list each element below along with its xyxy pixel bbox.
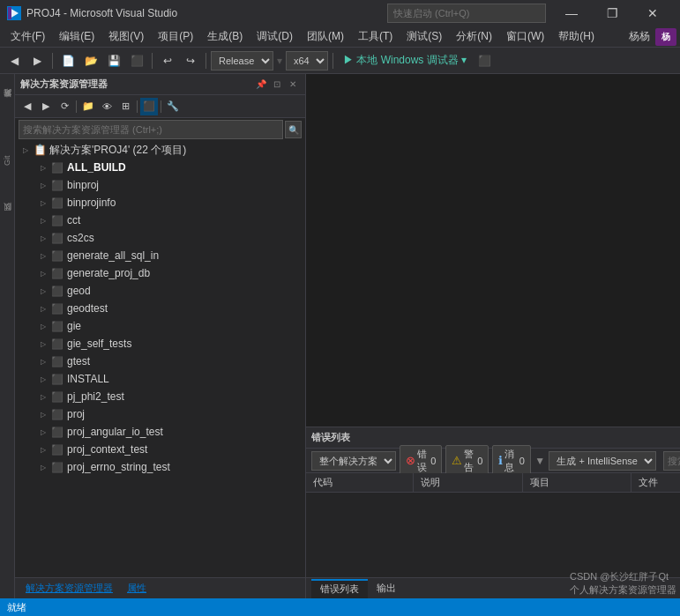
se-preview-btn[interactable]: ⊞: [116, 98, 134, 115]
toolbar-extra[interactable]: ⬛: [474, 50, 495, 71]
tree-item[interactable]: ▷ ⬛ geodtest: [15, 300, 305, 317]
tree-item[interactable]: ▷ ⬛ proj_errno_string_test: [15, 458, 305, 476]
tree-item[interactable]: ▷ ⬛ gtest: [15, 353, 305, 370]
quick-launch-input[interactable]: [387, 4, 546, 23]
toolbar-btn-2[interactable]: ▶: [26, 50, 48, 71]
menu-items: 文件(F)编辑(E)视图(V)项目(P)生成(B)调试(D)团队(M)工具(T)…: [4, 27, 602, 46]
se-filter-btn[interactable]: ⬛: [140, 98, 158, 115]
toolbar-save[interactable]: 💾: [103, 50, 124, 71]
tree-item[interactable]: ▷ ⬛ cct: [15, 212, 305, 229]
tree-item[interactable]: ▷ ⬛ geod: [15, 282, 305, 300]
menu-item[interactable]: 视图(V): [101, 27, 151, 46]
sidebar-icon-git[interactable]: Git: [0, 134, 14, 187]
item-label: generate_all_sql_in: [67, 249, 159, 262]
menu-item[interactable]: 帮助(H): [551, 27, 602, 46]
info-icon: ℹ: [498, 454, 503, 467]
tree-item[interactable]: ▷ ⬛ INSTALL: [15, 370, 305, 388]
tree-item[interactable]: ▷ ⬛ binprojinfo: [15, 194, 305, 212]
menu-item[interactable]: 工具(T): [351, 27, 400, 46]
item-label: proj_angular_io_test: [67, 426, 163, 438]
tree-item[interactable]: ▷ ⬛ pj_phi2_test: [15, 388, 305, 405]
se-back-btn[interactable]: ◀: [19, 98, 36, 115]
build-config-dropdown[interactable]: Release Debug: [211, 51, 273, 71]
tree-item[interactable]: ▷ ⬛ binproj: [15, 176, 305, 194]
menu-bar: 文件(F)编辑(E)视图(V)项目(P)生成(B)调试(D)团队(M)工具(T)…: [0, 26, 680, 48]
tree-item[interactable]: ▷ ⬛ ALL_BUILD: [15, 159, 305, 176]
item-label: gie_self_tests: [67, 338, 131, 350]
main-toolbar: ◀ ▶ 📄 📂 💾 ⬛ ↩ ↪ Release Debug ▾ x64 x86 …: [0, 48, 680, 74]
menu-item[interactable]: 调试(D): [250, 27, 300, 46]
se-forward-btn[interactable]: ▶: [37, 98, 55, 115]
tree-item[interactable]: ▷ ⬛ gie: [15, 317, 305, 335]
item-expand-icon: ▷: [36, 337, 50, 351]
se-folder-view-btn[interactable]: 📁: [79, 98, 97, 115]
user-avatar[interactable]: 杨: [655, 28, 676, 46]
main-area: 解决方案 Git 团队 解决方案资源管理器 📌 ⊡ ✕ ◀ ▶ ⟳ 📁 👁 ⊞ …: [0, 74, 680, 598]
content-sidebars: 解决方案资源管理器 资源视图 类视图: [306, 74, 680, 427]
toolbar-btn-1[interactable]: ◀: [4, 50, 25, 71]
menu-item[interactable]: 生成(B): [200, 27, 250, 46]
solution-label: 解决方案'PROJ4' (22 个项目): [49, 143, 186, 158]
tree-item[interactable]: ▷ ⬛ generate_proj_db: [15, 264, 305, 282]
tab-error-list[interactable]: 错误列表: [311, 579, 368, 598]
status-bar: 就绪: [0, 598, 680, 616]
solution-root-item[interactable]: ▷ 📋 解决方案'PROJ4' (22 个项目): [15, 141, 305, 159]
left-sidebar: 解决方案 Git 团队: [0, 74, 15, 598]
se-search-input[interactable]: [19, 120, 283, 139]
toolbar-sep-3: [205, 53, 206, 69]
toolbar-save-all[interactable]: ⬛: [126, 50, 147, 71]
error-badge[interactable]: ⊗ 错误 0: [400, 445, 442, 477]
info-badge[interactable]: ℹ 消息 0: [492, 445, 530, 477]
toolbar-redo[interactable]: ↪: [180, 50, 201, 71]
restore-button[interactable]: ❐: [592, 0, 632, 26]
minimize-button[interactable]: —: [551, 0, 592, 26]
tree-item[interactable]: ▷ ⬛ gie_self_tests: [15, 335, 305, 353]
toolbar-open[interactable]: 📂: [80, 50, 101, 71]
tree-item[interactable]: ▷ ⬛ proj: [15, 405, 305, 423]
item-label: gie: [67, 320, 81, 332]
item-label: binproj: [67, 179, 99, 191]
window-title: PROJ4 - Microsoft Visual Studio: [26, 7, 382, 19]
tab-output[interactable]: 输出: [368, 579, 405, 598]
se-tab-properties[interactable]: 属性: [120, 579, 153, 598]
se-search-btn[interactable]: 🔍: [285, 121, 302, 138]
sidebar-icon-team[interactable]: 团队: [0, 190, 14, 243]
toolbar-new[interactable]: 📄: [57, 50, 78, 71]
toolbar-undo[interactable]: ↩: [157, 50, 178, 71]
warning-badge[interactable]: ⚠ 警告 0: [445, 445, 489, 477]
build-filter-dropdown[interactable]: 生成 + IntelliSense: [549, 451, 656, 471]
se-sync-btn[interactable]: ⟳: [56, 98, 73, 115]
se-sep-1: [76, 100, 77, 113]
item-cmake-icon: ⬛: [50, 372, 64, 386]
item-cmake-icon: ⬛: [50, 178, 64, 192]
solution-tree: ▷ 📋 解决方案'PROJ4' (22 个项目) ▷ ⬛ ALL_BUILD ▷…: [15, 141, 305, 577]
se-close-button[interactable]: ✕: [286, 78, 300, 92]
tree-item[interactable]: ▷ ⬛ proj_context_test: [15, 441, 305, 458]
menu-item[interactable]: 团队(M): [300, 27, 351, 46]
item-expand-icon: ▷: [36, 196, 50, 210]
se-props-btn[interactable]: 🔧: [164, 98, 182, 115]
se-tab-solution[interactable]: 解决方案资源管理器: [19, 579, 120, 598]
menu-item[interactable]: 测试(S): [400, 27, 449, 46]
se-float-button[interactable]: ⊡: [270, 78, 284, 92]
tree-item[interactable]: ▷ ⬛ generate_all_sql_in: [15, 247, 305, 264]
menu-item[interactable]: 编辑(E): [52, 27, 101, 46]
menu-item[interactable]: 项目(P): [151, 27, 200, 46]
platform-dropdown[interactable]: x64 x86: [286, 51, 328, 71]
menu-item[interactable]: 窗口(W): [499, 27, 551, 46]
item-cmake-icon: ⬛: [50, 319, 64, 333]
title-bar: PROJ4 - Microsoft Visual Studio — ❐ ✕: [0, 0, 680, 26]
search-errors-input[interactable]: [663, 451, 680, 471]
se-pin-button[interactable]: 📌: [254, 78, 268, 92]
menu-item[interactable]: 文件(F): [4, 27, 52, 46]
scope-dropdown[interactable]: 整个解决方案: [311, 451, 396, 471]
item-expand-icon: ▷: [36, 178, 50, 192]
run-button[interactable]: ▶ 本地 Windows 调试器 ▾: [338, 51, 472, 71]
close-button[interactable]: ✕: [632, 0, 673, 26]
se-show-all-btn[interactable]: 👁: [98, 98, 116, 115]
sidebar-icon-se[interactable]: 解决方案: [0, 78, 14, 130]
tree-item[interactable]: ▷ ⬛ cs2cs: [15, 229, 305, 247]
tree-item[interactable]: ▷ ⬛ proj_angular_io_test: [15, 423, 305, 441]
info-count: 0: [519, 456, 525, 466]
menu-item[interactable]: 分析(N): [449, 27, 499, 46]
